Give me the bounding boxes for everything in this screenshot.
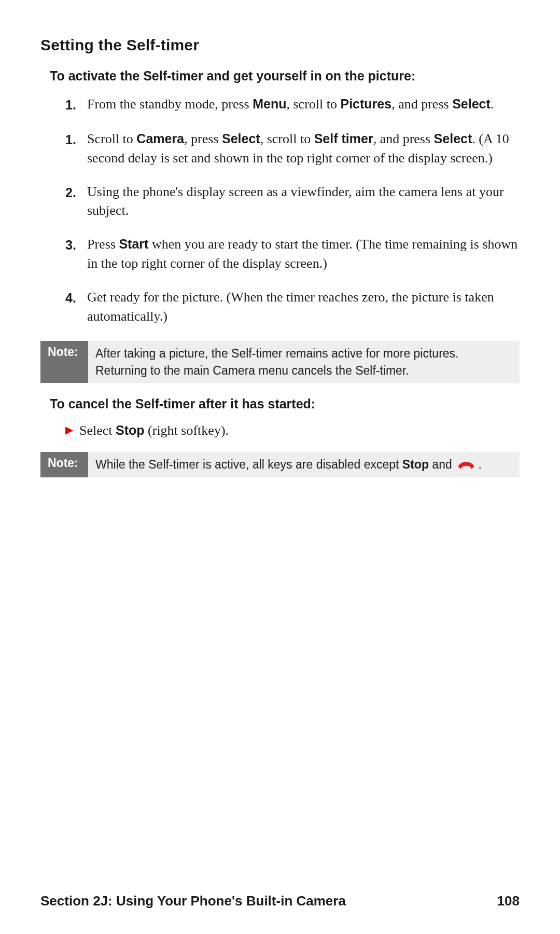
bold-term: Self timer bbox=[314, 131, 373, 146]
text-run: Scroll to bbox=[87, 131, 136, 146]
text-run: , and press bbox=[373, 131, 434, 146]
text-run: , scroll to bbox=[260, 131, 314, 146]
step-item: 2.Using the phone's display screen as a … bbox=[65, 183, 520, 221]
text-run: Get ready for the picture. (When the tim… bbox=[87, 290, 494, 324]
bold-term: Stop bbox=[116, 423, 145, 437]
bullet-item: ▶ Select Stop (right softkey). bbox=[65, 421, 520, 441]
step-number: 3. bbox=[65, 235, 80, 273]
manual-page: Setting the Self-timer To activate the S… bbox=[0, 0, 560, 934]
bold-term: Select bbox=[434, 131, 472, 146]
bold-term: Select bbox=[222, 131, 260, 146]
step-item: 1.Scroll to Camera, press Select, scroll… bbox=[65, 130, 520, 168]
bold-term: Pictures bbox=[340, 97, 391, 111]
step-body: Press Start when you are ready to start … bbox=[87, 235, 520, 273]
text-run: . bbox=[491, 97, 494, 112]
bold-term: Camera bbox=[136, 131, 184, 146]
step-item: 1.From the standby mode, press Menu, scr… bbox=[65, 95, 520, 115]
text-run: , scroll to bbox=[286, 97, 340, 112]
note-box-2: Note: While the Self-timer is active, al… bbox=[40, 452, 520, 477]
text-run: when you are ready to start the timer. (… bbox=[87, 237, 517, 271]
text-run: and bbox=[429, 458, 455, 471]
footer-page-number: 108 bbox=[497, 893, 520, 909]
step-item: 3.Press Start when you are ready to star… bbox=[65, 235, 520, 273]
text-run: . bbox=[475, 458, 482, 471]
subheading: To cancel the Self-timer after it has st… bbox=[50, 396, 520, 411]
step-body: Using the phone's display screen as a vi… bbox=[87, 183, 520, 221]
note-body: While the Self-timer is active, all keys… bbox=[88, 452, 520, 477]
bullet-body: Select Stop (right softkey). bbox=[79, 421, 520, 441]
step-body: From the standby mode, press Menu, scrol… bbox=[87, 95, 520, 115]
step-body: Scroll to Camera, press Select, scroll t… bbox=[87, 130, 520, 168]
text-run: While the Self-timer is active, all keys… bbox=[95, 458, 402, 471]
step-number: 1. bbox=[65, 95, 80, 115]
intro-line: To activate the Self-timer and get yours… bbox=[50, 68, 520, 84]
text-run: , and press bbox=[391, 97, 452, 112]
step-number: 1. bbox=[65, 130, 80, 168]
step-body: Get ready for the picture. (When the tim… bbox=[87, 288, 520, 326]
step-number: 2. bbox=[65, 183, 80, 221]
note-body: After taking a picture, the Self-timer r… bbox=[88, 341, 520, 383]
footer-section-title: Section 2J: Using Your Phone's Built-in … bbox=[40, 893, 346, 909]
text-run: Select bbox=[79, 423, 116, 438]
text-run: (right softkey). bbox=[145, 423, 229, 438]
bold-term: Menu bbox=[253, 97, 286, 111]
text-run: Press bbox=[87, 237, 119, 252]
note-label: Note: bbox=[40, 452, 88, 477]
page-footer: Section 2J: Using Your Phone's Built-in … bbox=[40, 893, 520, 909]
bold-term: Select bbox=[452, 97, 491, 111]
step-number: 4. bbox=[65, 288, 80, 326]
section-heading: Setting the Self-timer bbox=[40, 36, 520, 54]
bold-term: Stop bbox=[402, 458, 429, 471]
step-item: 4.Get ready for the picture. (When the t… bbox=[65, 288, 520, 326]
note-box-1: Note: After taking a picture, the Self-t… bbox=[40, 341, 520, 383]
text-run: , press bbox=[184, 131, 222, 146]
bold-term: Start bbox=[119, 237, 148, 251]
triangle-bullet-icon: ▶ bbox=[65, 421, 73, 438]
note-label: Note: bbox=[40, 341, 88, 383]
end-call-icon bbox=[457, 460, 475, 471]
step-list: 1.From the standby mode, press Menu, scr… bbox=[40, 95, 520, 326]
text-run: From the standby mode, press bbox=[87, 97, 253, 112]
text-run: Using the phone's display screen as a vi… bbox=[87, 184, 504, 218]
